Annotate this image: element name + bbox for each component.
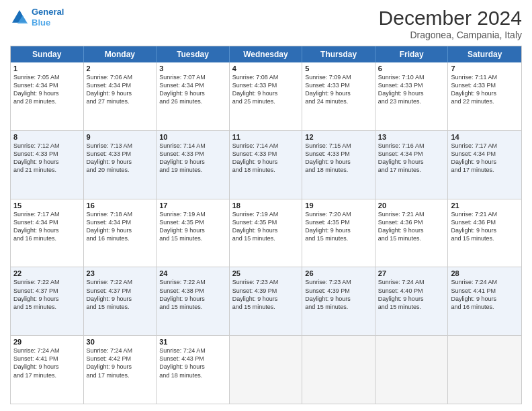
day-number: 4 bbox=[232, 64, 300, 73]
page: General Blue December 2024 Dragonea, Cam… bbox=[0, 0, 532, 411]
empty-cell bbox=[230, 336, 303, 404]
cell-info: Sunrise: 7:22 AMSunset: 4:37 PMDaylight:… bbox=[87, 278, 154, 311]
day-cell-16: 16Sunrise: 7:18 AMSunset: 4:34 PMDayligh… bbox=[84, 199, 157, 267]
day-number: 8 bbox=[13, 133, 81, 141]
cell-info: Sunrise: 7:16 AMSunset: 4:34 PMDaylight:… bbox=[378, 142, 445, 175]
empty-cell bbox=[375, 336, 449, 404]
day-cell-3: 3Sunrise: 7:07 AMSunset: 4:34 PMDaylight… bbox=[157, 62, 230, 130]
day-number: 6 bbox=[378, 64, 445, 73]
day-cell-18: 18Sunrise: 7:19 AMSunset: 4:35 PMDayligh… bbox=[230, 199, 303, 267]
day-cell-23: 23Sunrise: 7:22 AMSunset: 4:37 PMDayligh… bbox=[84, 267, 157, 335]
cell-info: Sunrise: 7:19 AMSunset: 4:35 PMDaylight:… bbox=[159, 210, 226, 243]
header-day-saturday: Saturday bbox=[448, 46, 521, 62]
day-number: 10 bbox=[159, 133, 226, 141]
week-row-5: 29Sunrise: 7:24 AMSunset: 4:41 PMDayligh… bbox=[11, 335, 521, 404]
day-number: 30 bbox=[87, 338, 154, 346]
cell-info: Sunrise: 7:17 AMSunset: 4:34 PMDaylight:… bbox=[13, 210, 81, 243]
cell-info: Sunrise: 7:18 AMSunset: 4:34 PMDaylight:… bbox=[87, 210, 154, 243]
day-number: 12 bbox=[305, 133, 372, 141]
header-day-wednesday: Wednesday bbox=[230, 46, 303, 62]
cell-info: Sunrise: 7:05 AMSunset: 4:34 PMDaylight:… bbox=[13, 73, 81, 106]
day-number: 15 bbox=[13, 201, 81, 210]
day-number: 19 bbox=[305, 201, 372, 210]
header-day-monday: Monday bbox=[84, 46, 157, 62]
day-cell-24: 24Sunrise: 7:22 AMSunset: 4:38 PMDayligh… bbox=[157, 267, 230, 335]
empty-cell bbox=[448, 336, 521, 404]
cell-info: Sunrise: 7:06 AMSunset: 4:34 PMDaylight:… bbox=[87, 73, 154, 106]
calendar: SundayMondayTuesdayWednesdayThursdayFrid… bbox=[10, 46, 522, 404]
cell-info: Sunrise: 7:12 AMSunset: 4:33 PMDaylight:… bbox=[13, 142, 81, 175]
logo-icon bbox=[10, 8, 29, 27]
title-block: December 2024 Dragonea, Campania, Italy bbox=[379, 7, 522, 40]
cell-info: Sunrise: 7:21 AMSunset: 4:36 PMDaylight:… bbox=[451, 210, 519, 243]
week-row-2: 8Sunrise: 7:12 AMSunset: 4:33 PMDaylight… bbox=[11, 130, 521, 199]
cell-info: Sunrise: 7:11 AMSunset: 4:33 PMDaylight:… bbox=[451, 73, 519, 106]
day-cell-9: 9Sunrise: 7:13 AMSunset: 4:33 PMDaylight… bbox=[84, 131, 157, 199]
day-number: 16 bbox=[87, 201, 154, 210]
header-day-sunday: Sunday bbox=[11, 46, 84, 62]
cell-info: Sunrise: 7:24 AMSunset: 4:41 PMDaylight:… bbox=[13, 347, 81, 379]
logo-text: General Blue bbox=[32, 7, 64, 28]
day-number: 9 bbox=[87, 133, 154, 141]
day-number: 22 bbox=[13, 269, 81, 277]
day-number: 27 bbox=[378, 269, 445, 277]
header: General Blue December 2024 Dragonea, Cam… bbox=[10, 7, 522, 40]
day-number: 28 bbox=[451, 269, 519, 277]
day-number: 13 bbox=[378, 133, 445, 141]
cell-info: Sunrise: 7:13 AMSunset: 4:33 PMDaylight:… bbox=[87, 142, 154, 175]
day-cell-6: 6Sunrise: 7:10 AMSunset: 4:33 PMDaylight… bbox=[375, 62, 449, 130]
day-cell-30: 30Sunrise: 7:24 AMSunset: 4:42 PMDayligh… bbox=[84, 336, 157, 404]
day-number: 24 bbox=[159, 269, 226, 277]
header-day-thursday: Thursday bbox=[302, 46, 375, 62]
cell-info: Sunrise: 7:19 AMSunset: 4:35 PMDaylight:… bbox=[232, 210, 300, 243]
cell-info: Sunrise: 7:23 AMSunset: 4:39 PMDaylight:… bbox=[232, 278, 300, 311]
cell-info: Sunrise: 7:20 AMSunset: 4:35 PMDaylight:… bbox=[305, 210, 372, 243]
cell-info: Sunrise: 7:23 AMSunset: 4:39 PMDaylight:… bbox=[305, 278, 372, 311]
day-cell-21: 21Sunrise: 7:21 AMSunset: 4:36 PMDayligh… bbox=[448, 199, 521, 267]
day-cell-1: 1Sunrise: 7:05 AMSunset: 4:34 PMDaylight… bbox=[11, 62, 84, 130]
month-title: December 2024 bbox=[379, 7, 522, 30]
cell-info: Sunrise: 7:08 AMSunset: 4:33 PMDaylight:… bbox=[232, 73, 300, 106]
header-day-tuesday: Tuesday bbox=[157, 46, 230, 62]
cell-info: Sunrise: 7:07 AMSunset: 4:34 PMDaylight:… bbox=[159, 73, 226, 106]
day-cell-7: 7Sunrise: 7:11 AMSunset: 4:33 PMDaylight… bbox=[448, 62, 521, 130]
cell-info: Sunrise: 7:10 AMSunset: 4:33 PMDaylight:… bbox=[378, 73, 445, 106]
cell-info: Sunrise: 7:09 AMSunset: 4:33 PMDaylight:… bbox=[305, 73, 372, 106]
logo: General Blue bbox=[10, 7, 64, 28]
day-number: 3 bbox=[159, 64, 226, 73]
day-number: 7 bbox=[451, 64, 519, 73]
day-cell-17: 17Sunrise: 7:19 AMSunset: 4:35 PMDayligh… bbox=[157, 199, 230, 267]
calendar-body: 1Sunrise: 7:05 AMSunset: 4:34 PMDaylight… bbox=[11, 62, 521, 404]
header-day-friday: Friday bbox=[375, 46, 449, 62]
cell-info: Sunrise: 7:22 AMSunset: 4:37 PMDaylight:… bbox=[13, 278, 81, 311]
location: Dragonea, Campania, Italy bbox=[379, 30, 522, 40]
day-number: 17 bbox=[159, 201, 226, 210]
day-number: 18 bbox=[232, 201, 300, 210]
day-number: 2 bbox=[87, 64, 154, 73]
day-cell-20: 20Sunrise: 7:21 AMSunset: 4:36 PMDayligh… bbox=[375, 199, 449, 267]
day-cell-29: 29Sunrise: 7:24 AMSunset: 4:41 PMDayligh… bbox=[11, 336, 84, 404]
calendar-header: SundayMondayTuesdayWednesdayThursdayFrid… bbox=[11, 46, 521, 62]
day-cell-15: 15Sunrise: 7:17 AMSunset: 4:34 PMDayligh… bbox=[11, 199, 84, 267]
day-cell-8: 8Sunrise: 7:12 AMSunset: 4:33 PMDaylight… bbox=[11, 131, 84, 199]
cell-info: Sunrise: 7:15 AMSunset: 4:33 PMDaylight:… bbox=[305, 142, 372, 175]
empty-cell bbox=[302, 336, 375, 404]
cell-info: Sunrise: 7:14 AMSunset: 4:33 PMDaylight:… bbox=[232, 142, 300, 175]
day-number: 23 bbox=[87, 269, 154, 277]
day-cell-28: 28Sunrise: 7:24 AMSunset: 4:41 PMDayligh… bbox=[448, 267, 521, 335]
day-number: 14 bbox=[451, 133, 519, 141]
day-cell-10: 10Sunrise: 7:14 AMSunset: 4:33 PMDayligh… bbox=[157, 131, 230, 199]
day-cell-4: 4Sunrise: 7:08 AMSunset: 4:33 PMDaylight… bbox=[230, 62, 303, 130]
cell-info: Sunrise: 7:17 AMSunset: 4:34 PMDaylight:… bbox=[451, 142, 519, 175]
cell-info: Sunrise: 7:21 AMSunset: 4:36 PMDaylight:… bbox=[378, 210, 445, 243]
day-cell-26: 26Sunrise: 7:23 AMSunset: 4:39 PMDayligh… bbox=[302, 267, 375, 335]
day-cell-31: 31Sunrise: 7:24 AMSunset: 4:43 PMDayligh… bbox=[157, 336, 230, 404]
day-cell-13: 13Sunrise: 7:16 AMSunset: 4:34 PMDayligh… bbox=[375, 131, 449, 199]
cell-info: Sunrise: 7:24 AMSunset: 4:42 PMDaylight:… bbox=[87, 347, 154, 379]
day-number: 31 bbox=[159, 338, 226, 346]
cell-info: Sunrise: 7:24 AMSunset: 4:41 PMDaylight:… bbox=[451, 278, 519, 311]
day-number: 29 bbox=[13, 338, 81, 346]
day-cell-22: 22Sunrise: 7:22 AMSunset: 4:37 PMDayligh… bbox=[11, 267, 84, 335]
week-row-3: 15Sunrise: 7:17 AMSunset: 4:34 PMDayligh… bbox=[11, 199, 521, 267]
day-number: 11 bbox=[232, 133, 300, 141]
